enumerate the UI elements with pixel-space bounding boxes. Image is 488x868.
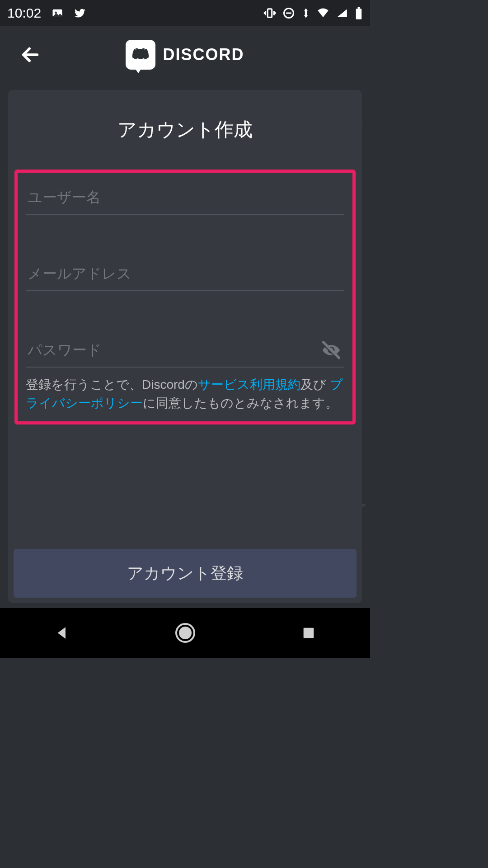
battery-icon bbox=[355, 7, 363, 19]
svg-point-7 bbox=[180, 627, 191, 638]
nav-back-button[interactable] bbox=[48, 619, 75, 646]
svg-rect-8 bbox=[303, 628, 314, 638]
form-highlight: 登録を行うことで、Discordのサービス利用規約及び プライバシーポリシーに同… bbox=[14, 170, 356, 425]
vibrate-icon bbox=[263, 7, 276, 19]
twitter-icon bbox=[74, 7, 86, 19]
back-button[interactable] bbox=[19, 43, 42, 66]
photo-icon bbox=[51, 7, 64, 19]
discord-logo: DISCORD bbox=[126, 40, 244, 70]
app-header: DISCORD bbox=[0, 26, 370, 83]
status-bar: 10:02 bbox=[0, 0, 370, 26]
register-button[interactable]: アカウント登録 bbox=[14, 549, 357, 598]
email-input[interactable] bbox=[26, 260, 344, 291]
brand-text: DISCORD bbox=[163, 45, 244, 64]
wifi-icon bbox=[317, 7, 329, 19]
android-nav-bar bbox=[0, 608, 370, 658]
card-title: アカウント作成 bbox=[8, 117, 362, 142]
terms-text: 登録を行うことで、Discordのサービス利用規約及び プライバシーポリシーに同… bbox=[26, 376, 344, 412]
status-time: 10:02 bbox=[7, 5, 41, 21]
svg-rect-4 bbox=[356, 9, 362, 19]
data-icon bbox=[301, 7, 310, 19]
signup-card: アカウント作成 登録を行うことで、Discordのサービス利用規約及び プライバ… bbox=[8, 90, 362, 603]
toggle-password-visibility-icon[interactable] bbox=[321, 340, 342, 360]
nav-recent-button[interactable] bbox=[295, 619, 322, 646]
do-not-disturb-icon bbox=[282, 7, 295, 19]
nav-home-button[interactable] bbox=[172, 619, 199, 646]
discord-icon bbox=[126, 40, 155, 70]
username-input[interactable] bbox=[26, 184, 344, 215]
signal-icon bbox=[336, 7, 348, 19]
tos-link[interactable]: サービス利用規約 bbox=[198, 377, 300, 392]
svg-rect-5 bbox=[358, 7, 360, 9]
svg-rect-2 bbox=[267, 9, 272, 18]
password-input[interactable] bbox=[26, 336, 344, 368]
